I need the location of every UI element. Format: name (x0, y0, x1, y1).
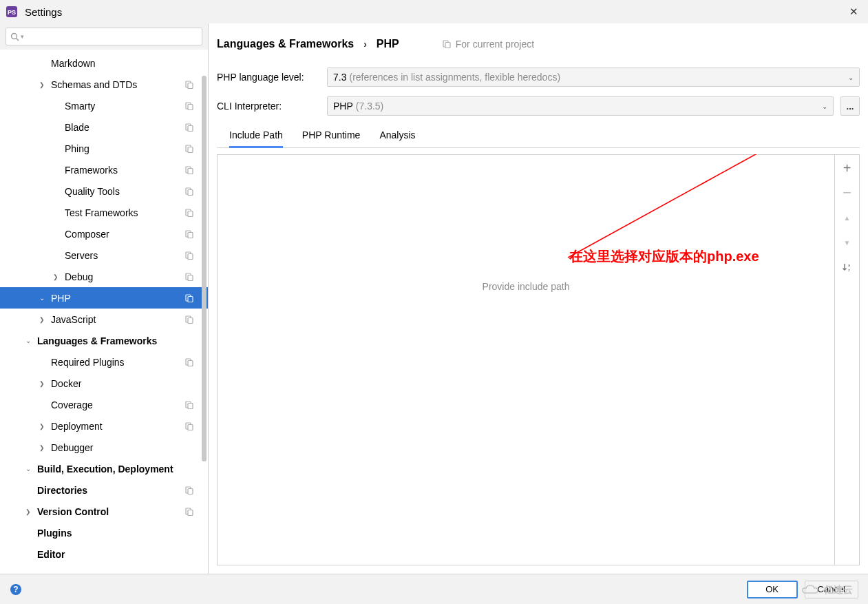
tree-item-plugins[interactable]: Plugins (0, 522, 208, 543)
tree-item-php[interactable]: ⌄PHP (0, 287, 208, 309)
svg-rect-7 (188, 104, 193, 110)
sort-button[interactable]: az (840, 260, 855, 275)
tree-item-editor[interactable]: Editor (0, 543, 208, 565)
project-scope-icon (184, 293, 194, 303)
tree-item-debug[interactable]: ❯Debug (0, 266, 208, 287)
search-input[interactable] (27, 32, 198, 42)
project-scope-icon (184, 400, 194, 410)
search-filter-chevron-icon[interactable]: ▾ (21, 33, 24, 40)
tree-item-frameworks[interactable]: Frameworks (0, 159, 208, 180)
tree-item-debugger[interactable]: ❯Debugger (0, 437, 208, 458)
project-scope-icon (184, 187, 194, 196)
app-icon: PS (6, 6, 18, 18)
project-icon (442, 39, 452, 49)
tree-item-deployment[interactable]: ❯Deployment (0, 415, 208, 437)
tree-item-label: Phing (65, 143, 184, 154)
svg-rect-31 (188, 403, 193, 408)
tree-item-quality-tools[interactable]: Quality Tools (0, 180, 208, 202)
tree-item-label: Servers (65, 250, 184, 261)
move-up-button[interactable]: ▲ (840, 210, 855, 225)
tree-arrow-right-icon[interactable]: ❯ (37, 444, 47, 451)
tab-analysis[interactable]: Analysis (379, 129, 415, 147)
tree-item-version-control[interactable]: ❯Version Control (0, 501, 208, 522)
for-current-project-note: For current project (442, 39, 534, 50)
tree-item-servers[interactable]: Servers (0, 244, 208, 266)
project-scope-icon (184, 208, 194, 218)
tree-item-label: Directories (37, 485, 184, 496)
tree-item-schemas-and-dtds[interactable]: ❯Schemas and DTDs (0, 74, 208, 95)
tree-arrow-right-icon[interactable]: ❯ (37, 316, 47, 323)
tree-item-label: Docker (51, 378, 194, 389)
cancel-button[interactable]: Cancel (805, 581, 858, 598)
tree-item-blade[interactable]: Blade (0, 116, 208, 138)
breadcrumb-root[interactable]: Languages & Frameworks (217, 38, 354, 50)
tree-arrow-right-icon[interactable]: ❯ (23, 508, 33, 515)
svg-rect-39 (445, 43, 450, 48)
tree-item-test-frameworks[interactable]: Test Frameworks (0, 202, 208, 223)
settings-sidebar: ▾ Markdown❯Schemas and DTDsSmartyBladePh… (0, 23, 209, 574)
tree-item-phing[interactable]: Phing (0, 138, 208, 159)
tree-item-label: Plugins (37, 528, 194, 539)
tree-item-label: PHP (51, 293, 184, 304)
tree-item-label: Debugger (51, 442, 194, 453)
move-down-button[interactable]: ▼ (840, 235, 855, 250)
chevron-down-icon: ⌄ (848, 74, 854, 81)
tree-item-label: Deployment (51, 421, 184, 432)
project-scope-icon (184, 357, 194, 367)
svg-rect-19 (188, 232, 193, 238)
include-path-list[interactable]: Provide include path (217, 154, 835, 565)
tree-item-composer[interactable]: Composer (0, 223, 208, 244)
svg-rect-11 (188, 147, 193, 152)
tree-arrow-right-icon[interactable]: ❯ (37, 380, 47, 387)
window-title: Settings (25, 6, 62, 18)
tab-include-path[interactable]: Include Path (229, 129, 283, 148)
tree-item-javascript[interactable]: ❯JavaScript (0, 309, 208, 330)
tree-item-smarty[interactable]: Smarty (0, 95, 208, 116)
svg-rect-37 (188, 510, 193, 515)
tree-item-docker[interactable]: ❯Docker (0, 373, 208, 394)
svg-rect-29 (188, 360, 193, 366)
tree-item-coverage[interactable]: Coverage (0, 394, 208, 415)
help-button[interactable]: ? (10, 583, 23, 596)
remove-button[interactable]: − (840, 185, 855, 200)
tree-arrow-down-icon[interactable]: ⌄ (23, 337, 33, 344)
php-language-level-combo[interactable]: 7.3 (references in list assignments, fle… (327, 67, 860, 87)
scrollbar-thumb[interactable] (202, 76, 207, 461)
tree-arrow-right-icon[interactable]: ❯ (37, 423, 47, 430)
tree-arrow-right-icon[interactable]: ❯ (37, 81, 47, 88)
tree-item-directories[interactable]: Directories (0, 479, 208, 501)
project-scope-icon (184, 251, 194, 260)
chevron-down-icon: ⌄ (822, 103, 827, 110)
cli-interpreter-combo[interactable]: PHP (7.3.5) ⌄ (327, 96, 834, 116)
tree-item-label: Composer (65, 229, 184, 240)
tree-item-label: Markdown (51, 58, 194, 69)
dialog-footer: ? OK Cancel (0, 574, 868, 604)
tree-item-required-plugins[interactable]: Required Plugins (0, 351, 208, 373)
add-button[interactable]: + (840, 160, 855, 176)
project-scope-icon (184, 229, 194, 239)
svg-rect-15 (188, 189, 193, 195)
tree-arrow-down-icon[interactable]: ⌄ (37, 294, 47, 302)
svg-rect-23 (188, 275, 193, 280)
project-scope-icon (184, 80, 194, 90)
cli-interpreter-browse-button[interactable]: ... (840, 96, 860, 116)
settings-tree[interactable]: Markdown❯Schemas and DTDsSmartyBladePhin… (0, 50, 208, 574)
close-button[interactable]: ✕ (845, 6, 862, 18)
svg-rect-35 (188, 488, 193, 494)
tree-item-markdown[interactable]: Markdown (0, 52, 208, 74)
tree-item-build-execution-deployment[interactable]: ⌄Build, Execution, Deployment (0, 458, 208, 479)
breadcrumb: Languages & Frameworks › PHP For current… (217, 30, 860, 58)
include-path-placeholder: Provide include path (483, 281, 570, 292)
project-scope-icon (184, 507, 194, 517)
search-box[interactable]: ▾ (6, 28, 202, 45)
svg-rect-13 (188, 168, 193, 174)
search-icon (10, 32, 19, 41)
ok-button[interactable]: OK (747, 581, 798, 598)
settings-main-panel: Languages & Frameworks › PHP For current… (209, 23, 868, 574)
tab-php-runtime[interactable]: PHP Runtime (302, 129, 361, 147)
tree-item-languages-frameworks[interactable]: ⌄Languages & Frameworks (0, 330, 208, 351)
tree-arrow-right-icon[interactable]: ❯ (51, 273, 61, 280)
svg-rect-21 (188, 253, 193, 259)
project-scope-icon (184, 315, 194, 324)
tree-arrow-down-icon[interactable]: ⌄ (23, 465, 33, 472)
